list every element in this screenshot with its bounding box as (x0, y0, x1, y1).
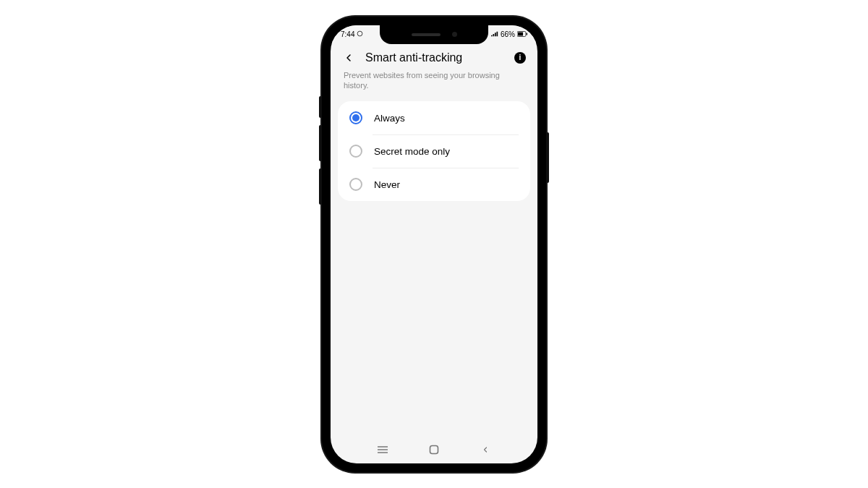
radio-icon (349, 145, 362, 158)
svg-rect-7 (430, 445, 438, 453)
options-list: Always Secret mode only Never (338, 101, 530, 201)
info-button[interactable]: i (514, 52, 526, 64)
page-header: Smart anti-tracking i (331, 44, 537, 69)
radio-icon (349, 178, 362, 191)
page-description: Prevent websites from seeing your browsi… (331, 69, 537, 102)
option-label: Never (374, 179, 400, 190)
phone-power-button (546, 132, 549, 183)
android-nav-bar (331, 439, 537, 463)
screen: 7:44 66% Smart anti-tracking i (331, 25, 537, 463)
svg-rect-2 (518, 33, 523, 36)
svg-rect-3 (527, 33, 527, 35)
status-indicator-icon (357, 30, 363, 38)
option-secret-mode-only[interactable]: Secret mode only (338, 134, 530, 168)
signal-icon (491, 30, 498, 38)
back-button[interactable] (342, 51, 355, 64)
nav-back-button[interactable] (477, 442, 493, 458)
page-title: Smart anti-tracking (365, 51, 504, 64)
battery-percent: 66% (501, 30, 515, 38)
phone-frame: 7:44 66% Smart anti-tracking i (322, 17, 546, 472)
battery-icon (517, 30, 527, 38)
nav-home-button[interactable] (426, 442, 442, 458)
phone-volume-down (319, 168, 322, 205)
nav-recent-button[interactable] (375, 442, 391, 458)
option-label: Always (374, 113, 405, 124)
svg-point-0 (358, 31, 363, 36)
option-label: Secret mode only (374, 146, 450, 157)
phone-mute-switch (319, 96, 322, 118)
option-always[interactable]: Always (338, 101, 530, 134)
option-never[interactable]: Never (338, 168, 530, 201)
radio-icon (349, 111, 362, 124)
status-time: 7:44 (341, 30, 354, 38)
phone-volume-up (319, 125, 322, 161)
notch (380, 25, 488, 44)
